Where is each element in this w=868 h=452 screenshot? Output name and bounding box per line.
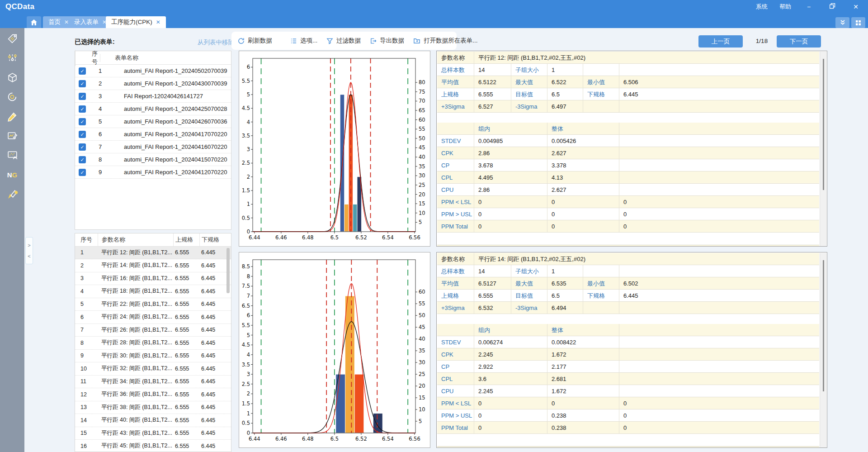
- checkbox-checked[interactable]: ✓: [79, 131, 86, 138]
- chevron-right-icon[interactable]: >: [28, 243, 30, 248]
- stats-row: CPL3.62.681: [437, 373, 819, 385]
- parameter-row[interactable]: 14平行距 40: 间距 (B1,B1,T2...6.5556.445: [75, 414, 231, 427]
- parameter-row[interactable]: 13平行距 38: 间距 (B1,B1,T2...6.5556.445: [75, 401, 231, 414]
- collapse-tabs-button[interactable]: [835, 17, 849, 28]
- stat-label: 上规格: [437, 290, 474, 302]
- checkbox-checked[interactable]: ✓: [79, 93, 86, 100]
- parameter-row[interactable]: 4平行距 18: 间距 (B1,B1,T2...6.5556.445: [75, 285, 231, 298]
- cube-icon[interactable]: [6, 71, 18, 83]
- parameter-row[interactable]: 15平行距 43: 间距 (B1,B1,T2...6.5556.445: [75, 427, 231, 440]
- stat-label: 最大值: [511, 76, 547, 88]
- stat-label: [583, 100, 619, 113]
- column-header-lsl: 下规格: [199, 233, 226, 246]
- stat-extra-value: 0: [619, 422, 819, 434]
- chart-edit-icon[interactable]: [6, 130, 18, 142]
- cpk-histogram-chart-2: 00.511.522.533.544.555.566.577.588.56.44…: [239, 252, 430, 447]
- parameter-row[interactable]: 3平行距 16: 间距 (B1,B1,T2...6.5556.445: [75, 272, 231, 285]
- menu-system[interactable]: 系统: [756, 3, 768, 11]
- stat-value: 6.532: [474, 302, 511, 314]
- svg-text:60: 60: [419, 117, 425, 123]
- stat-value: 6.5: [547, 290, 583, 302]
- parameter-row[interactable]: 6平行距 24: 间距 (B1,B1,T2...6.5556.445: [75, 311, 231, 324]
- parameter-row[interactable]: 2平行距 14: 间距 (B1,B1,T2...6.5556.445: [75, 259, 231, 272]
- menu-help[interactable]: 帮助: [779, 3, 791, 11]
- close-button[interactable]: ✕: [850, 3, 862, 10]
- stat-extra-value: [619, 385, 819, 397]
- export-data-button[interactable]: 导出数据: [370, 37, 404, 45]
- overall-header: 整体: [547, 324, 619, 336]
- parameter-row[interactable]: 5平行距 22: 间距 (B1,B1,T2...6.5556.445: [75, 298, 231, 311]
- form-list-row[interactable]: ✓8automi_FAI Report-1_20240415070220: [75, 153, 231, 166]
- parameter-row[interactable]: 11平行距 34: 间距 (B1,B1,T2...6.5556.445: [75, 376, 231, 389]
- checkbox-checked[interactable]: ✓: [79, 156, 86, 163]
- form-list-row[interactable]: ✓7automi_FAI Report-1_20240416070220: [75, 141, 231, 153]
- next-page-button[interactable]: 下一页: [777, 35, 821, 48]
- checkbox-checked[interactable]: ✓: [79, 118, 86, 125]
- form-list-row[interactable]: ✓6automi_FAI Report-1_20240417070220: [75, 128, 231, 141]
- parameter-row[interactable]: 16平行距 45: 间距 (B1,B1,T2...6.5556.445: [75, 440, 231, 452]
- tab-close-icon[interactable]: ✕: [156, 19, 160, 25]
- tab-close-icon[interactable]: ✕: [64, 19, 69, 25]
- refresh-data-button[interactable]: 刷新数据: [238, 37, 272, 45]
- stats-scrollbar-thumb[interactable]: [823, 59, 824, 190]
- parameter-row[interactable]: 7平行距 26: 间距 (B1,B1,T2...6.5556.445: [75, 324, 231, 337]
- form-list-row[interactable]: ✓4automi_FAI Report-1_20240425070028: [75, 103, 231, 115]
- svg-text:1: 1: [247, 201, 250, 207]
- home-tab-button[interactable]: [27, 16, 41, 28]
- svg-text:40: 40: [419, 154, 425, 160]
- tab-grid-view-button[interactable]: [851, 17, 865, 28]
- stats-scrollbar-thumb[interactable]: [823, 260, 824, 391]
- minimize-button[interactable]: −: [803, 3, 815, 10]
- prev-page-button[interactable]: 上一页: [698, 35, 743, 48]
- options-button[interactable]: 选项...: [290, 37, 317, 45]
- svg-text:0: 0: [247, 228, 250, 235]
- stat-overall-value: 2.681: [547, 373, 619, 385]
- parameter-row[interactable]: 1平行距 12: 间距 (B1,B1,T2...6.5556.445: [75, 247, 231, 260]
- svg-text:5: 5: [419, 418, 422, 424]
- chevron-left-icon[interactable]: <: [28, 253, 30, 259]
- open-source-form-button[interactable]: 打开数据所在表单...: [413, 37, 477, 45]
- svg-text:6.52: 6.52: [355, 436, 367, 442]
- form-list-row[interactable]: ✓1automi_FAI Report-1_20240502070039: [75, 65, 231, 77]
- ng-judge-icon[interactable]: NG: [6, 169, 18, 181]
- pen-tools-icon[interactable]: [6, 188, 18, 200]
- params-scrollbar-thumb[interactable]: [226, 248, 230, 293]
- restore-icon: [830, 3, 835, 9]
- svg-text:10: 10: [419, 406, 425, 413]
- form-list-row[interactable]: ✓9automi_FAI Report-1_20240412070220: [75, 166, 231, 179]
- sidebar-collapse-toggle[interactable]: > <: [25, 237, 33, 264]
- svg-text:6.46: 6.46: [275, 234, 287, 241]
- checkbox-checked[interactable]: ✓: [79, 105, 86, 113]
- parameter-row[interactable]: 9平行距 30: 间距 (B1,B1,T2...6.5556.445: [75, 350, 231, 363]
- target-circle-icon[interactable]: [6, 91, 18, 103]
- form-list-row[interactable]: ✓3FAI Report-120240426141727: [75, 90, 231, 103]
- checkbox-checked[interactable]: ✓: [79, 143, 86, 151]
- checkbox-checked[interactable]: ✓: [79, 169, 86, 176]
- chart-toolbar: 刷新数据 选项... 过滤数据 导出数据 打开数据所在表单...: [231, 32, 457, 50]
- form-list-row[interactable]: ✓5automi_FAI Report-1_20240426070036: [75, 115, 231, 128]
- parameter-name: 平行距 18: 间距 (B1,B1,T2...: [98, 287, 173, 295]
- stats-scrollbar[interactable]: [820, 253, 826, 448]
- checkbox-checked[interactable]: ✓: [79, 80, 86, 87]
- parameter-row[interactable]: 10平行距 32: 间距 (B1,B1,T2...6.5556.445: [75, 362, 231, 376]
- sliders-icon[interactable]: [6, 52, 18, 64]
- stats-scrollbar[interactable]: [820, 52, 826, 247]
- remove-from-list-link[interactable]: 从列表中移除: [198, 38, 234, 47]
- filter-data-button[interactable]: 过滤数据: [326, 37, 361, 45]
- form-list-row[interactable]: ✓2automi_FAI Report-1_20240430070039: [75, 77, 231, 90]
- tag-icon[interactable]: [6, 33, 18, 44]
- stats-row: CPU2.862.627: [437, 184, 819, 196]
- checkbox-checked[interactable]: ✓: [79, 67, 86, 75]
- stat-extra-value: 0: [619, 208, 819, 220]
- board-hand-icon[interactable]: [6, 149, 18, 161]
- parameter-row[interactable]: 8平行距 28: 间距 (B1,B1,T2...6.5556.445: [75, 337, 231, 350]
- restore-button[interactable]: [826, 3, 838, 10]
- cpk-stats-table: 参数名称平行距 14: 间距 (B1,B1,T2,#02,王五,#02)总样本数…: [437, 253, 819, 434]
- tab-process-capability-cpk[interactable]: 工序能力(CPK)✕: [106, 16, 166, 28]
- stat-value: 6.555: [474, 88, 511, 100]
- stat-label: PPM Total: [437, 220, 474, 233]
- stat-label: 下规格: [583, 290, 619, 302]
- pencil-icon[interactable]: [6, 110, 18, 122]
- stat-extra-value: [619, 361, 819, 373]
- parameter-row[interactable]: 12平行距 36: 间距 (B1,B1,T2...6.5556.445: [75, 388, 231, 401]
